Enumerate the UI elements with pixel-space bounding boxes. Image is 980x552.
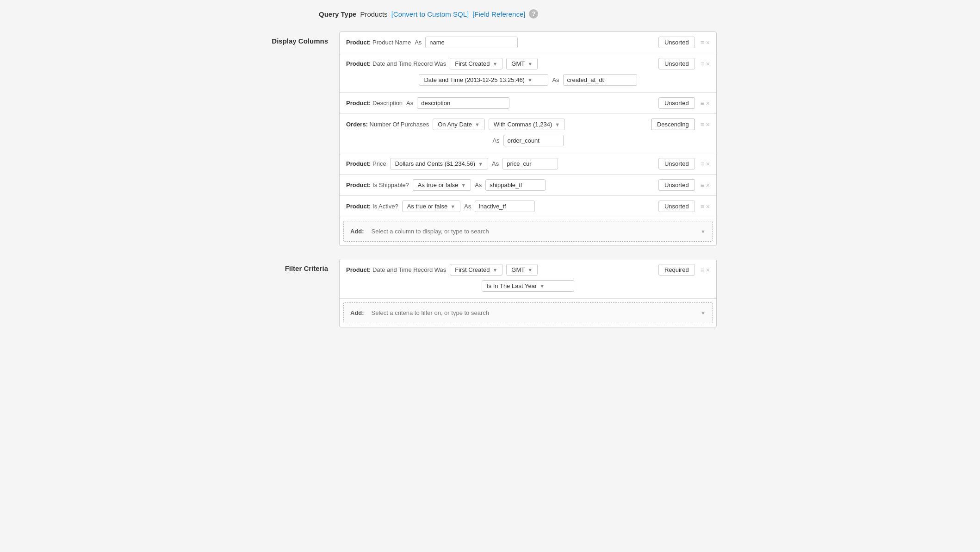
gmt-dropdown[interactable]: GMT ▼	[506, 58, 538, 69]
dropdown-arrow: ▼	[450, 204, 455, 209]
drag-icon[interactable]: ≡	[701, 160, 704, 168]
drag-icon[interactable]: ≡	[701, 203, 704, 210]
row-actions: ≡ ×	[701, 121, 710, 128]
query-type-value: Products	[360, 10, 387, 18]
add-column-input[interactable]	[368, 226, 697, 237]
drag-icon[interactable]: ≡	[701, 182, 704, 189]
sub-row: As	[492, 133, 563, 148]
row-actions: ≡ ×	[701, 266, 710, 274]
row-main: Orders: Number Of Purchases On Any Date …	[346, 119, 710, 130]
add-filter-input[interactable]	[368, 307, 697, 318]
close-icon[interactable]: ×	[706, 267, 710, 273]
alias-input[interactable]	[425, 37, 518, 48]
query-type-label: Query Type	[319, 10, 356, 18]
price-format-dropdown[interactable]: Dollars and Cents ($1,234.56) ▼	[390, 158, 488, 169]
filter-first-created-dropdown[interactable]: First Created ▼	[450, 264, 502, 276]
close-icon[interactable]: ×	[706, 39, 710, 46]
field-prefix: Product: Date and Time Record Was	[346, 266, 446, 273]
add-filter-label: Add:	[350, 309, 364, 316]
alias-input[interactable]	[563, 74, 637, 86]
row-actions: ≡ ×	[701, 203, 710, 210]
drag-icon[interactable]: ≡	[701, 39, 704, 46]
sort-button[interactable]: Unsorted	[658, 37, 695, 48]
with-commas-dropdown[interactable]: With Commas (1,234) ▼	[489, 119, 565, 130]
alias-input[interactable]	[475, 201, 535, 212]
alias-input[interactable]	[417, 97, 509, 109]
add-filter-arrow: ▼	[701, 310, 706, 316]
dropdown-arrow: ▼	[461, 182, 466, 188]
alias-input[interactable]	[503, 135, 564, 146]
field-reference-link[interactable]: [Field Reference]	[472, 10, 525, 18]
on-any-date-dropdown[interactable]: On Any Date ▼	[433, 119, 485, 130]
dropdown-arrow: ▼	[527, 77, 533, 83]
sort-button[interactable]: Unsorted	[658, 97, 695, 109]
drag-icon[interactable]: ≡	[701, 100, 704, 107]
alias-input[interactable]	[485, 179, 546, 191]
sub-row: Is In The Last Year ▼	[482, 278, 574, 294]
table-row: Product: Date and Time Record Was First …	[340, 53, 716, 93]
as-label: As	[492, 137, 499, 144]
display-columns-section: Display Columns Product: Product Name As…	[263, 31, 717, 246]
row-actions: ≡ ×	[701, 39, 710, 46]
convert-sql-link[interactable]: [Convert to Custom SQL]	[391, 10, 469, 18]
filter-criteria-section: Filter Criteria Product: Date and Time R…	[263, 259, 717, 327]
dropdown-arrow: ▼	[527, 61, 533, 67]
sort-button[interactable]: Unsorted	[658, 158, 695, 169]
close-icon[interactable]: ×	[706, 182, 710, 188]
shippable-format-dropdown[interactable]: As true or false ▼	[413, 179, 471, 191]
page: Query Type Products [Convert to Custom S…	[245, 0, 735, 350]
sort-button[interactable]: Unsorted	[658, 201, 695, 212]
dropdown-arrow: ▼	[555, 122, 560, 127]
add-dropdown-arrow: ▼	[701, 229, 706, 234]
field-prefix: Product: Product Name	[346, 39, 411, 46]
row-actions: ≡ ×	[701, 100, 710, 107]
sub-row: Date and Time (2013-12-25 13:25:46) ▼ As	[419, 72, 637, 88]
help-icon[interactable]: ?	[529, 9, 538, 19]
field-prefix: Product: Price	[346, 160, 386, 167]
close-icon[interactable]: ×	[706, 100, 710, 107]
active-format-dropdown[interactable]: As true or false ▼	[402, 201, 460, 212]
as-label: As	[464, 203, 471, 210]
last-year-dropdown[interactable]: Is In The Last Year ▼	[482, 280, 574, 292]
add-label: Add:	[350, 228, 364, 235]
field-prefix: Orders: Number Of Purchases	[346, 121, 429, 128]
as-label: As	[492, 160, 499, 167]
alias-input[interactable]	[502, 158, 558, 169]
first-created-dropdown[interactable]: First Created ▼	[450, 58, 502, 69]
dropdown-arrow: ▼	[478, 161, 483, 167]
dropdown-arrow: ▼	[492, 267, 497, 273]
query-type-row: Query Type Products [Convert to Custom S…	[263, 9, 717, 19]
field-prefix: Product: Description	[346, 100, 403, 107]
filter-criteria-content: Product: Date and Time Record Was First …	[339, 259, 717, 327]
drag-icon[interactable]: ≡	[701, 266, 704, 274]
close-icon[interactable]: ×	[706, 161, 710, 167]
field-prefix: Product: Is Shippable?	[346, 182, 409, 188]
dropdown-arrow: ▼	[492, 61, 497, 67]
filter-gmt-dropdown[interactable]: GMT ▼	[506, 264, 538, 276]
table-row: Orders: Number Of Purchases On Any Date …	[340, 114, 716, 153]
display-columns-content: Product: Product Name As Unsorted ≡ × Pr…	[339, 31, 717, 246]
date-format-dropdown[interactable]: Date and Time (2013-12-25 13:25:46) ▼	[419, 74, 548, 86]
drag-icon[interactable]: ≡	[701, 121, 704, 128]
add-filter-row: Add: ▼	[343, 302, 713, 323]
sort-button[interactable]: Unsorted	[658, 58, 695, 69]
close-icon[interactable]: ×	[706, 121, 710, 128]
row-actions: ≡ ×	[701, 182, 710, 189]
add-column-row: Add: ▼	[343, 221, 713, 242]
sort-button[interactable]: Unsorted	[658, 179, 695, 191]
table-row: Product: Description As Unsorted ≡ ×	[340, 93, 716, 114]
close-icon[interactable]: ×	[706, 203, 710, 210]
filter-criteria-label: Filter Criteria	[263, 259, 328, 272]
table-row: Product: Is Active? As true or false ▼ A…	[340, 196, 716, 217]
as-label: As	[406, 100, 413, 107]
table-row: Product: Is Shippable? As true or false …	[340, 175, 716, 196]
required-button[interactable]: Required	[658, 264, 695, 276]
row-actions: ≡ ×	[701, 60, 710, 68]
field-prefix: Product: Is Active?	[346, 203, 398, 210]
sort-button[interactable]: Descending	[651, 119, 695, 130]
close-icon[interactable]: ×	[706, 61, 710, 67]
drag-icon[interactable]: ≡	[701, 60, 704, 68]
display-columns-label: Display Columns	[263, 31, 328, 45]
dropdown-arrow: ▼	[475, 122, 480, 127]
dropdown-arrow: ▼	[527, 267, 533, 273]
